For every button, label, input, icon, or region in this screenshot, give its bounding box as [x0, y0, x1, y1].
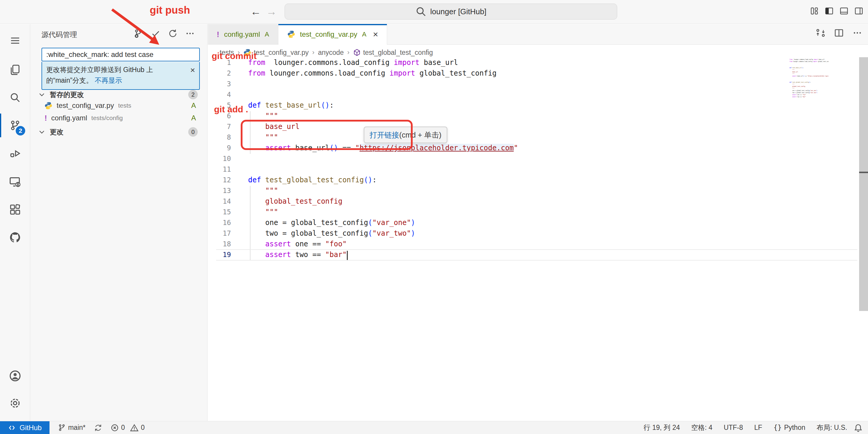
url-link[interactable]: https://jsonplaceholder.typicode.com: [360, 144, 514, 152]
settings-gear-icon[interactable]: [0, 390, 30, 417]
code-line-3[interactable]: 3: [208, 79, 868, 89]
code-line-18[interactable]: 18 assert one == "foo": [208, 239, 868, 249]
line-number: 2: [208, 68, 231, 79]
code-line-12[interactable]: 12def test_global_test_config():: [208, 175, 868, 185]
yaml-exclamation-icon: !: [44, 114, 47, 123]
account-icon[interactable]: [0, 362, 30, 390]
sync-icon: [94, 424, 102, 432]
line-number: 17: [208, 228, 231, 239]
breadcrumb-item[interactable]: test_global_test_config: [353, 49, 433, 57]
tab-git-badge: A: [362, 31, 366, 38]
github-icon[interactable]: [0, 224, 30, 251]
code-line-4[interactable]: 4: [208, 89, 868, 100]
editor-tab-test_config_var.py[interactable]: test_config_var.py A×: [278, 24, 388, 45]
file-name: config.yaml: [51, 114, 87, 122]
yaml-exclamation-icon: !: [217, 30, 219, 39]
scrollbar-cursor-marker: [859, 172, 868, 173]
command-center-search[interactable]: lounger [GitHub]: [285, 4, 617, 20]
staged-changes-section[interactable]: 暂存的更改 2: [30, 90, 207, 99]
commit-notice: 更改将提交并立即推送到 GitHub 上 的“main”分支。 不再显示 ×: [41, 62, 200, 90]
code-line-5[interactable]: 5def test_base_url():: [208, 100, 868, 111]
status-item-LF[interactable]: LF: [754, 424, 762, 432]
title-bar: ← → lounger [GitHub]: [0, 0, 868, 24]
code-line-16[interactable]: 16 one = global_test_config("var_one"): [208, 217, 868, 228]
line-number: 9: [208, 143, 231, 153]
status-item-Python[interactable]: {}Python: [773, 424, 805, 432]
staged-changes-label: 暂存的更改: [50, 90, 84, 99]
notifications-bell-icon[interactable]: [854, 424, 863, 433]
remote-indicator[interactable]: GitHub: [0, 421, 50, 434]
warning-count: 0: [141, 424, 145, 432]
navigate-forward-icon[interactable]: →: [266, 5, 277, 18]
file-path: tests: [118, 102, 131, 109]
toggle-primary-sidebar-icon[interactable]: [825, 6, 834, 16]
close-tab-icon[interactable]: ×: [373, 29, 378, 39]
code-line-14[interactable]: 14 global_test_config: [208, 196, 868, 207]
navigate-back-icon[interactable]: ←: [250, 5, 261, 18]
code-line-11[interactable]: 11: [208, 164, 868, 175]
status-item-布局: U.S.[interactable]: 布局: U.S.: [816, 423, 847, 432]
staged-file-row[interactable]: ! config.yaml tests/config A: [30, 112, 207, 124]
notice-close-icon[interactable]: ×: [190, 65, 195, 75]
code-line-8[interactable]: 8 """: [208, 132, 868, 143]
open-changes-icon[interactable]: [816, 28, 825, 38]
commit-check-icon[interactable]: [151, 29, 160, 38]
problems-indicator[interactable]: 0 0: [111, 424, 145, 432]
workbench: 2 源代码管理 更改将提交并立即推送到 GitHub 上 的“main”分支。 …: [0, 24, 868, 421]
status-item-UTF-8[interactable]: UTF-8: [724, 424, 743, 432]
line-number: 6: [208, 111, 231, 121]
code-line-9[interactable]: 9 assert base_url() == "https://jsonplac…: [208, 143, 868, 153]
code-line-1[interactable]: 1from lounger.commons.load_config import…: [208, 57, 868, 68]
run-debug-icon[interactable]: [0, 140, 30, 167]
create-branch-icon[interactable]: [134, 29, 143, 38]
sync-button[interactable]: [94, 424, 102, 432]
breadcrumb[interactable]: tests›test_config_var.py›anycode›test_gl…: [220, 47, 433, 58]
status-item-行 19, 列 24[interactable]: 行 19, 列 24: [644, 423, 680, 432]
toggle-secondary-sidebar-icon[interactable]: [855, 6, 863, 16]
code-line-2[interactable]: 2from lounger.commons.load_config import…: [208, 68, 868, 79]
breadcrumb-item[interactable]: tests: [220, 49, 234, 57]
menu-icon[interactable]: [0, 27, 30, 54]
code-line-19[interactable]: 19 assert two == "bar": [208, 249, 868, 260]
split-editor-icon[interactable]: [834, 28, 844, 38]
editor-tab-config.yaml[interactable]: ! config.yaml A: [208, 24, 278, 45]
line-number: 15: [208, 207, 231, 217]
code-line-6[interactable]: 6 """: [208, 111, 868, 121]
editor-scrollbar[interactable]: [859, 57, 868, 311]
toggle-panel-icon[interactable]: [840, 6, 848, 16]
breadcrumb-item[interactable]: test_config_var.py: [243, 49, 309, 57]
line-number: 11: [208, 164, 231, 175]
open-link-text[interactable]: 打开链接: [370, 130, 399, 140]
code-line-15[interactable]: 15 """: [208, 207, 868, 217]
breadcrumb-item[interactable]: anycode: [318, 49, 344, 57]
source-control-sidebar: 源代码管理 更改将提交并立即推送到 GitHub 上 的“main”分支。 不再…: [30, 24, 208, 421]
code-line-13[interactable]: 13 """: [208, 185, 868, 196]
minimap[interactable]: from lounger.commons.load_config import …: [789, 58, 829, 98]
python-icon: [287, 30, 295, 38]
commit-message-input[interactable]: [41, 48, 200, 61]
more-actions-icon[interactable]: [852, 28, 862, 38]
code-editor[interactable]: 1from lounger.commons.load_config import…: [208, 57, 868, 421]
tab-git-badge: A: [265, 31, 269, 38]
line-number: 13: [208, 185, 231, 196]
refresh-icon[interactable]: [168, 29, 178, 38]
source-control-icon[interactable]: 2: [0, 112, 30, 139]
search-view-icon[interactable]: [0, 84, 30, 111]
status-item-空格: 4[interactable]: 空格: 4: [691, 423, 713, 432]
more-actions-icon[interactable]: [185, 29, 195, 38]
extensions-icon[interactable]: [0, 196, 30, 223]
text-cursor: [347, 251, 348, 260]
code-line-7[interactable]: 7 base_url: [208, 121, 868, 132]
staged-file-row[interactable]: test_config_var.py tests A: [30, 99, 207, 112]
remote-explorer-icon[interactable]: [0, 168, 30, 195]
dont-show-again-link[interactable]: 不再显示: [95, 76, 122, 84]
branch-indicator[interactable]: main*: [58, 424, 86, 432]
breadcrumb-separator: ›: [347, 49, 349, 56]
customize-layout-icon[interactable]: [810, 6, 819, 16]
line-number: 12: [208, 175, 231, 185]
code-line-17[interactable]: 17 two = global_test_config("var_two"): [208, 228, 868, 239]
explorer-icon[interactable]: [0, 56, 30, 83]
code-line-10[interactable]: 10: [208, 153, 868, 164]
changes-section[interactable]: 更改 0: [30, 127, 207, 137]
search-icon: [415, 6, 427, 17]
